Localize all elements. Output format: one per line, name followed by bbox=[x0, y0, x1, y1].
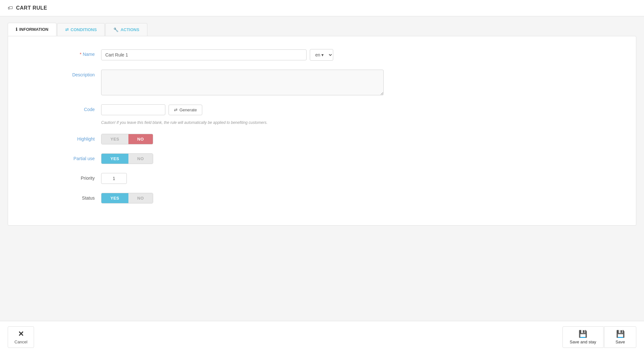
highlight-yes-button[interactable]: YES bbox=[101, 134, 128, 144]
highlight-label: Highlight bbox=[18, 134, 101, 142]
cancel-icon: ✕ bbox=[18, 330, 24, 338]
partial-use-toggle: YES NO bbox=[101, 153, 153, 164]
description-textarea[interactable] bbox=[101, 70, 384, 95]
status-no-button[interactable]: NO bbox=[128, 193, 153, 203]
footer-right: 💾 Save and stay 💾 Save bbox=[562, 326, 636, 348]
page-header: 🏷 CART RULE bbox=[0, 0, 644, 16]
cart-rule-icon: 🏷 bbox=[8, 5, 13, 11]
highlight-row: Highlight YES NO bbox=[18, 134, 626, 144]
caution-text: Caution! If you leave this field blank, … bbox=[101, 120, 384, 125]
highlight-no-button[interactable]: NO bbox=[128, 134, 153, 144]
info-icon: ℹ bbox=[16, 27, 17, 32]
name-label: Name bbox=[18, 49, 101, 57]
save-stay-icon: 💾 bbox=[579, 330, 587, 338]
status-row: Status YES NO bbox=[18, 193, 626, 203]
priority-input[interactable] bbox=[101, 173, 127, 184]
tabs-container: ℹ INFORMATION ⇄ CONDITIONS 🔧 ACTIONS bbox=[8, 23, 636, 36]
name-control: en ▾ bbox=[101, 49, 384, 61]
partial-use-row: Partial use YES NO bbox=[18, 153, 626, 164]
highlight-control: YES NO bbox=[101, 134, 384, 144]
status-control: YES NO bbox=[101, 193, 384, 203]
partial-use-control: YES NO bbox=[101, 153, 384, 164]
priority-label: Priority bbox=[18, 173, 101, 181]
partial-use-label: Partial use bbox=[18, 153, 101, 161]
conditions-icon: ⇄ bbox=[65, 27, 69, 32]
generate-button[interactable]: ⇄ Generate bbox=[169, 105, 202, 115]
form-panel: Name en ▾ Description Code bbox=[8, 36, 636, 226]
code-control: ⇄ Generate Caution! If you leave this fi… bbox=[101, 104, 384, 125]
highlight-toggle: YES NO bbox=[101, 134, 153, 144]
cancel-button[interactable]: ✕ Cancel bbox=[8, 326, 34, 348]
status-toggle: YES NO bbox=[101, 193, 153, 203]
language-select[interactable]: en ▾ bbox=[310, 49, 333, 61]
main-content: ℹ INFORMATION ⇄ CONDITIONS 🔧 ACTIONS Nam… bbox=[0, 16, 644, 321]
save-and-stay-button[interactable]: 💾 Save and stay bbox=[562, 326, 604, 348]
name-input[interactable] bbox=[101, 49, 307, 60]
page-title: CART RULE bbox=[16, 5, 47, 11]
partial-use-yes-button[interactable]: YES bbox=[101, 154, 128, 164]
tab-actions[interactable]: 🔧 ACTIONS bbox=[105, 23, 147, 36]
status-label: Status bbox=[18, 193, 101, 201]
tab-information[interactable]: ℹ INFORMATION bbox=[8, 23, 57, 36]
code-label: Code bbox=[18, 104, 101, 112]
description-label: Description bbox=[18, 70, 101, 77]
partial-use-no-button[interactable]: NO bbox=[128, 154, 153, 164]
name-row: Name en ▾ bbox=[18, 49, 626, 61]
status-yes-button[interactable]: YES bbox=[101, 193, 128, 203]
tab-conditions[interactable]: ⇄ CONDITIONS bbox=[57, 23, 105, 36]
code-input[interactable] bbox=[101, 104, 165, 115]
priority-row: Priority bbox=[18, 173, 626, 184]
save-button[interactable]: 💾 Save bbox=[604, 326, 636, 348]
page-wrapper: 🏷 CART RULE ℹ INFORMATION ⇄ CONDITIONS 🔧… bbox=[0, 0, 644, 353]
description-control bbox=[101, 70, 384, 95]
generate-icon: ⇄ bbox=[174, 108, 178, 112]
code-row: Code ⇄ Generate Caution! If you leave th… bbox=[18, 104, 626, 125]
actions-icon: 🔧 bbox=[113, 27, 118, 32]
save-icon: 💾 bbox=[616, 330, 625, 338]
priority-control bbox=[101, 173, 384, 184]
footer: ✕ Cancel 💾 Save and stay 💾 Save bbox=[0, 321, 644, 353]
description-row: Description bbox=[18, 70, 626, 95]
